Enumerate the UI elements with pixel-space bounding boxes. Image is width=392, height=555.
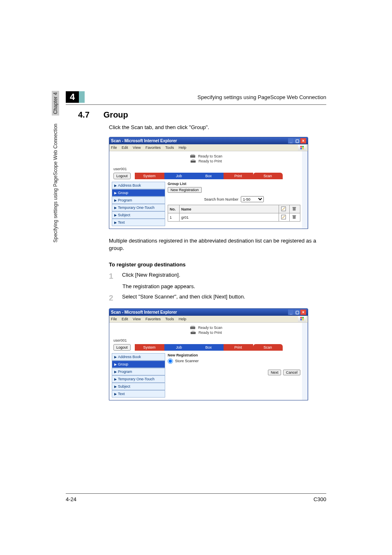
sidenav-label-temporary: Temporary One-Touch [118, 206, 154, 210]
menu-help[interactable]: Help [179, 317, 187, 321]
sidenav-subject[interactable]: ▶Subject [112, 383, 165, 390]
section-heading: 4.7 Group [78, 110, 326, 120]
window-title: Scan - Microsoft Internet Explorer [111, 139, 177, 143]
menu-edit[interactable]: Edit [122, 146, 128, 150]
menu-favorites[interactable]: Favorites [145, 317, 161, 321]
menu-tools[interactable]: Tools [165, 146, 174, 150]
logout-button[interactable]: Logout [113, 344, 131, 351]
close-button[interactable]: × [300, 138, 306, 143]
sidenav-text[interactable]: ▶Text [112, 390, 165, 398]
close-button[interactable]: × [300, 310, 306, 315]
sidenav-label-group: Group [118, 191, 128, 195]
window-title: Scan - Microsoft Internet Explorer [111, 310, 177, 314]
status-print: Ready to Print [198, 159, 222, 163]
section-number: 4.7 [78, 110, 90, 120]
trash-icon[interactable] [291, 214, 297, 220]
sidenav-group[interactable]: ▶Group [112, 189, 165, 197]
sidenav-temporary[interactable]: ▶Temporary One-Touch [112, 375, 165, 383]
tab-print[interactable]: Print [224, 173, 253, 179]
tab-job[interactable]: Job [164, 173, 194, 179]
sidenav-label-subject: Subject [118, 384, 130, 388]
tab-system[interactable]: System [135, 344, 164, 351]
scrollbar[interactable] [302, 323, 308, 400]
svg-rect-4 [190, 155, 195, 158]
sidenav-label-addressbook: Address Book [118, 355, 141, 359]
svg-rect-17 [302, 319, 304, 321]
tab-job[interactable]: Job [164, 344, 194, 351]
tab-box[interactable]: Box [194, 173, 224, 179]
svg-rect-14 [300, 317, 302, 319]
svg-rect-21 [191, 331, 194, 332]
status-scan: Ready to Scan [198, 326, 222, 330]
radio-label: Store Scanner [175, 359, 199, 363]
sidenav-program[interactable]: ▶Program [112, 197, 165, 204]
sidenav-text[interactable]: ▶Text [112, 219, 165, 226]
maximize-button[interactable]: ▢ [294, 310, 300, 315]
cancel-button[interactable]: Cancel [283, 370, 300, 375]
pane-title: New Registration [168, 353, 300, 357]
scrollbar[interactable] [302, 151, 308, 229]
search-range-select[interactable]: 1-50 [241, 196, 264, 202]
trash-icon[interactable] [291, 206, 297, 212]
tab-system[interactable]: System [135, 173, 164, 179]
menu-items: File Edit View Favorites Tools Help [111, 146, 190, 150]
maximize-button[interactable]: ▢ [294, 138, 300, 143]
svg-rect-5 [191, 155, 195, 156]
th-delete [290, 205, 300, 213]
tab-print[interactable]: Print [224, 344, 253, 351]
step-1-result: The registration page appears. [122, 283, 326, 289]
menu-help[interactable]: Help [179, 146, 187, 150]
printer-icon [190, 159, 196, 164]
menu-file[interactable]: File [111, 146, 117, 150]
chapter-number: 4 [66, 91, 79, 103]
ie-flag-icon [298, 145, 306, 150]
cell-no: 1 [168, 213, 180, 222]
status-scan: Ready to Scan [198, 154, 222, 158]
user-id: user001 [112, 338, 300, 342]
cell-edit [279, 213, 290, 222]
menu-edit[interactable]: Edit [122, 317, 128, 321]
menu-view[interactable]: View [133, 317, 141, 321]
radio-store-scanner[interactable]: Store Scanner [168, 358, 300, 364]
logout-button[interactable]: Logout [113, 173, 131, 179]
svg-rect-13 [293, 215, 296, 216]
new-registration-button[interactable]: New Registration [168, 187, 202, 193]
menu-file[interactable]: File [111, 317, 117, 321]
menu-favorites[interactable]: Favorites [145, 146, 161, 150]
minimize-button[interactable]: _ [288, 138, 294, 143]
th-no: No. [168, 205, 180, 213]
chapter-number-badge: 4 [66, 91, 85, 103]
edit-icon[interactable] [281, 206, 286, 212]
main-pane-new-registration: New Registration Store Scanner Next Canc… [168, 353, 300, 398]
user-id: user001 [112, 167, 300, 171]
pane-title: Group List [168, 182, 300, 186]
sidenav-subject[interactable]: ▶Subject [112, 211, 165, 219]
next-button[interactable]: Next [268, 370, 281, 375]
minimize-button[interactable]: _ [288, 310, 294, 315]
step-1: 1 Click [New Registration]. [109, 272, 326, 281]
content-column: 4.7 Group Click the Scan tab, and then c… [78, 110, 326, 409]
edit-icon[interactable] [281, 214, 286, 220]
menu-tools[interactable]: Tools [165, 317, 174, 321]
cell-name: gr01 [180, 213, 279, 222]
sidenav-program[interactable]: ▶Program [112, 368, 165, 375]
table-header-row: No. Name [168, 205, 300, 213]
th-edit [279, 205, 290, 213]
sidenav-addressbook[interactable]: ▶Address Book [112, 182, 165, 189]
tab-scan[interactable]: Scan [253, 344, 283, 351]
sidenav-label-program: Program [118, 370, 132, 374]
ie-flag-icon [298, 316, 306, 322]
sidenav-temporary[interactable]: ▶Temporary One-Touch [112, 204, 165, 211]
side-tab-text: Specifying settings using PageScope Web … [53, 124, 58, 243]
radio-input[interactable] [168, 358, 173, 364]
menu-view[interactable]: View [133, 146, 141, 150]
sidenav: ▶Address Book ▶Group ▶Program ▶Temporary… [112, 353, 165, 398]
status-area: Ready to Scan Ready to Print [112, 154, 300, 164]
main-pane-group-list: Group List New Registration Search from … [168, 182, 300, 226]
sidenav-addressbook[interactable]: ▶Address Book [112, 353, 165, 361]
sidenav-group[interactable]: ▶Group [112, 361, 165, 368]
ie-window-group-list: Scan - Microsoft Internet Explorer _ ▢ ×… [109, 137, 308, 229]
svg-rect-3 [302, 148, 304, 149]
tab-box[interactable]: Box [194, 344, 224, 351]
tab-scan[interactable]: Scan [253, 173, 283, 179]
